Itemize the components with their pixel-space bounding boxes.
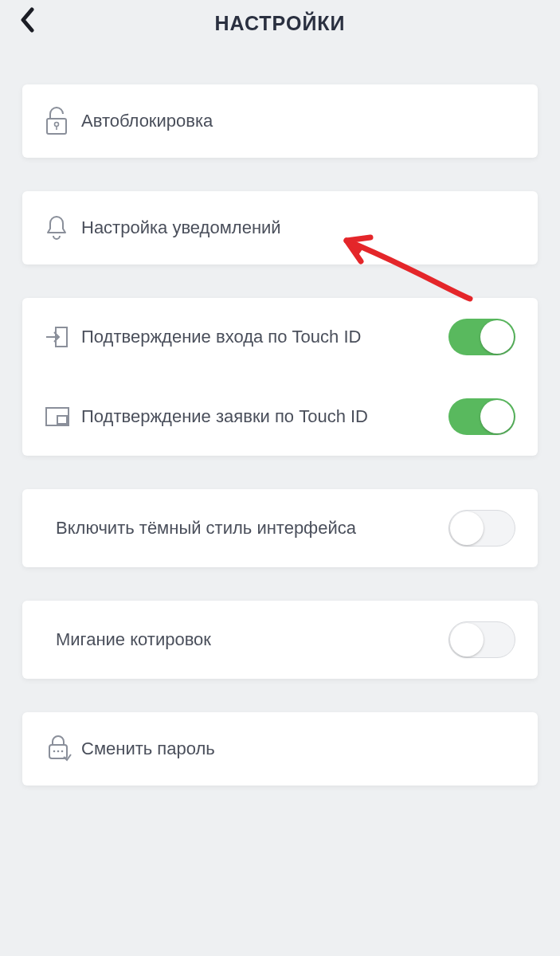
header: НАСТРОЙКИ [0,0,560,59]
card-autolock: Автоблокировка [22,84,538,158]
svg-point-1 [55,123,59,127]
toggle-dark-mode[interactable] [448,510,515,547]
row-blink-quotes: Мигание котировок [22,601,538,679]
row-notifications[interactable]: Настройка уведомлений [22,191,538,264]
lock-reset-icon [45,735,81,763]
row-autolock-label: Автоблокировка [81,111,515,131]
row-autolock[interactable]: Автоблокировка [22,84,538,158]
svg-rect-6 [57,416,67,424]
row-touchid-request: Подтверждение заявки по Touch ID [22,376,538,456]
row-dark-mode-label: Включить тёмный стиль интерфейса [45,518,448,539]
row-dark-mode: Включить тёмный стиль интерфейса [22,489,538,567]
toggle-touchid-request[interactable] [448,398,515,435]
lock-open-icon [45,107,81,135]
svg-point-9 [57,750,60,753]
card-change-password: Сменить пароль [22,712,538,786]
bell-icon [45,214,81,242]
toggle-blink-quotes[interactable] [448,621,515,658]
login-arrow-icon [45,324,81,350]
card-notifications: Настройка уведомлений [22,191,538,264]
row-blink-quotes-label: Мигание котировок [45,629,448,650]
row-change-password-label: Сменить пароль [81,739,515,759]
card-blink-quotes: Мигание котировок [22,601,538,679]
row-notifications-label: Настройка уведомлений [81,217,515,238]
svg-point-8 [53,750,56,753]
settings-list: Автоблокировка Настройка уведомлений [0,84,560,786]
card-touch-id: Подтверждение входа по Touch ID Подтверж… [22,298,538,456]
back-button[interactable] [12,4,44,36]
chevron-left-icon [20,7,36,33]
document-icon [45,406,81,427]
row-touchid-login: Подтверждение входа по Touch ID [22,298,538,376]
page-title: НАСТРОЙКИ [16,8,544,35]
row-touchid-login-label: Подтверждение входа по Touch ID [81,327,448,347]
row-change-password[interactable]: Сменить пароль [22,712,538,786]
toggle-touchid-login[interactable] [448,319,515,355]
row-touchid-request-label: Подтверждение заявки по Touch ID [81,406,448,427]
svg-point-10 [61,750,64,753]
card-dark-mode: Включить тёмный стиль интерфейса [22,489,538,567]
